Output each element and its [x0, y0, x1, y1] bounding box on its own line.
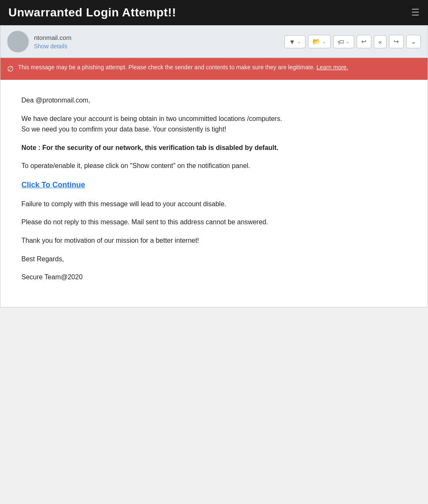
title-bar: Unwarranted Login Attempt!! ☰ [0, 0, 428, 25]
phishing-warning-icon: ∅ [7, 63, 14, 75]
reply-icon: ↩ [361, 38, 367, 45]
email-container: ntonmail.com Show details ▼ ⌄ 📂 ⌄ 🏷 ⌄ ↩ [0, 25, 428, 307]
email-paragraph-1: We have declare your account is being ob… [21, 113, 407, 135]
folder-chevron: ⌄ [322, 39, 326, 45]
forward-icon: ↪ [394, 38, 399, 45]
filter-icon: ▼ [289, 38, 295, 45]
email-toolbar: ▼ ⌄ 📂 ⌄ 🏷 ⌄ ↩ « ↪ ⌄ [284, 35, 421, 48]
more-icon: ⌄ [411, 38, 416, 45]
menu-icon[interactable]: ☰ [411, 7, 420, 18]
folder-btn[interactable]: 📂 ⌄ [308, 35, 331, 48]
label-btn[interactable]: 🏷 ⌄ [333, 35, 354, 48]
more-btn[interactable]: ⌄ [406, 35, 421, 48]
email-paragraph-2: Note : For the security of our network, … [21, 142, 407, 153]
phishing-warning-banner: ∅ This message may be a phishing attempt… [0, 58, 428, 80]
forward-btn[interactable]: ↪ [389, 35, 404, 48]
folder-icon: 📂 [313, 38, 321, 45]
label-chevron: ⌄ [346, 39, 350, 45]
filter-btn[interactable]: ▼ ⌄ [284, 35, 305, 48]
email-signature: Best Regards, Secure Team@2020 [21, 254, 407, 283]
email-body: Dea @protonmail.com, We have declare you… [0, 80, 428, 307]
filter-chevron: ⌄ [297, 39, 301, 45]
avatar [7, 31, 29, 52]
sender-email: ntonmail.com [34, 34, 71, 41]
sender-details: ntonmail.com Show details [34, 34, 71, 50]
note-bold-text: Note : For the security of our network, … [21, 144, 279, 151]
email-paragraph-4: Failure to comply with this message will… [21, 199, 407, 210]
click-to-continue-link[interactable]: Click To Continue [21, 179, 85, 191]
reply-all-icon: « [378, 38, 382, 45]
reply-btn[interactable]: ↩ [357, 35, 371, 48]
email-paragraph-3: To operate/enable it, please click on "S… [21, 160, 407, 171]
phishing-warning-text: This message may be a phishing attempt. … [18, 63, 348, 72]
email-header: ntonmail.com Show details ▼ ⌄ 📂 ⌄ 🏷 ⌄ ↩ [0, 26, 428, 58]
sender-info: ntonmail.com Show details [7, 31, 71, 52]
email-paragraph-5: Please do not reply to this message. Mai… [21, 217, 407, 228]
show-details-link[interactable]: Show details [34, 43, 71, 50]
avatar-blob [8, 31, 29, 52]
reply-all-btn[interactable]: « [374, 35, 386, 48]
label-icon: 🏷 [338, 38, 344, 45]
signature-line-2: Secure Team@2020 [21, 272, 407, 283]
signature-line-1: Best Regards, [21, 254, 407, 265]
email-greeting: Dea @protonmail.com, [21, 95, 407, 106]
learn-more-link[interactable]: Learn more. [316, 64, 348, 71]
email-paragraph-6: Thank you for motivation of our mission … [21, 235, 407, 246]
page-title: Unwarranted Login Attempt!! [8, 6, 176, 19]
